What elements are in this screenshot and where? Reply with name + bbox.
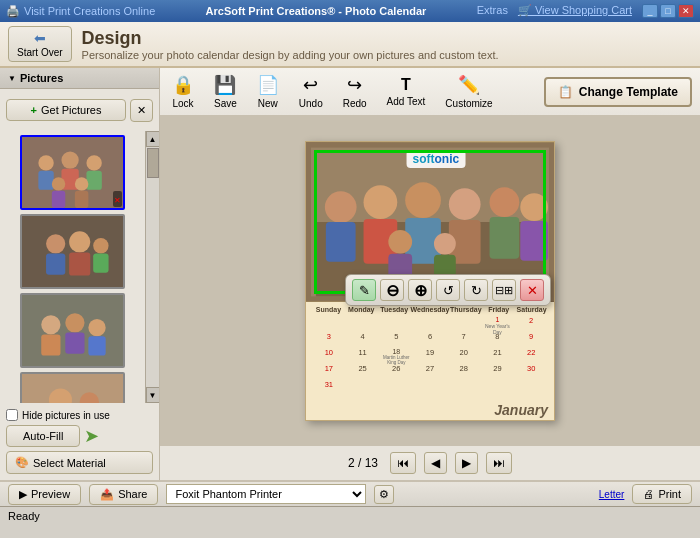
printer-settings-button[interactable]: ⚙: [374, 485, 394, 504]
cal-cell: [379, 315, 413, 331]
paper-size-link[interactable]: Letter: [599, 489, 625, 500]
select-material-button[interactable]: 🎨 Select Material: [6, 451, 153, 474]
sidebar-title: Pictures: [20, 72, 63, 84]
lock-icon: 🔒: [172, 74, 194, 96]
main-content: ▼ Pictures + Get Pictures ✕: [0, 68, 700, 480]
svg-point-51: [490, 187, 520, 217]
softonic-logo: softonic: [407, 150, 466, 168]
rotate-left-float-button[interactable]: ↺: [436, 279, 460, 301]
calendar-grid: Sunday Monday Tuesday Wednesday Thursday…: [306, 302, 554, 402]
close-button[interactable]: ✕: [678, 4, 694, 18]
header-area: ⬅ Start Over Design Personalize your pho…: [0, 22, 700, 68]
get-pictures-label: Get Pictures: [41, 104, 102, 116]
svg-rect-6: [86, 171, 101, 190]
undo-label: Undo: [299, 98, 323, 109]
collapse-icon[interactable]: ▼: [8, 74, 16, 83]
sidebar-scrollbar[interactable]: ▲ ▼: [145, 131, 159, 403]
cal-cell: 2: [514, 315, 548, 331]
preview-icon: ▶: [19, 488, 27, 501]
navigation-bar: 2 / 13 ⏮ ◀ ▶ ⏭: [160, 445, 700, 480]
preview-label: Preview: [31, 488, 70, 500]
zoom-out-float-button[interactable]: ⊖: [380, 279, 404, 301]
prev-page-button[interactable]: ◀: [424, 452, 447, 474]
get-pictures-button[interactable]: + Get Pictures: [6, 99, 126, 121]
auto-fill-button[interactable]: Auto-Fill: [6, 425, 80, 447]
cal-cell: [346, 379, 380, 395]
change-template-button[interactable]: 📋 Change Template: [544, 77, 692, 107]
maximize-button[interactable]: □: [660, 4, 676, 18]
share-button[interactable]: 📤 Share: [89, 484, 158, 505]
thumbnail-2[interactable]: [20, 214, 125, 289]
day-tuesday: Tuesday: [378, 306, 411, 313]
window-title: ArcSoft Print Creations® - Photo Calenda…: [206, 5, 427, 17]
add-text-tool[interactable]: T Add Text: [383, 74, 430, 109]
preview-button[interactable]: ▶ Preview: [8, 484, 81, 505]
close-float-button[interactable]: ✕: [520, 279, 544, 301]
sidebar-header: ▼ Pictures: [0, 68, 159, 89]
print-button[interactable]: 🖨 Print: [632, 484, 692, 504]
thumb-3-image: [22, 295, 123, 366]
cal-cell: 28: [447, 363, 481, 379]
print-icon: 🖨: [643, 488, 654, 500]
svg-point-14: [69, 232, 90, 253]
svg-point-23: [88, 319, 105, 336]
scroll-thumb[interactable]: [147, 148, 159, 178]
svg-rect-22: [65, 333, 84, 354]
canvas-area: softonic Sunday Monday Tuesday Wednesday…: [160, 116, 700, 445]
svg-point-5: [86, 156, 101, 171]
toolbar: 🔒 Lock 💾 Save 📄 New ↩ Undo ↪ Redo T Add: [160, 68, 700, 116]
lock-tool[interactable]: 🔒 Lock: [168, 72, 198, 111]
thumb-1-delete-icon[interactable]: ✕: [113, 191, 122, 207]
extras-link[interactable]: Extras: [477, 4, 508, 18]
svg-point-19: [41, 316, 60, 335]
share-icon: 📤: [100, 488, 114, 501]
undo-icon: ↩: [303, 74, 318, 96]
svg-rect-15: [69, 253, 90, 276]
first-page-button[interactable]: ⏮: [390, 452, 416, 474]
auto-fill-label: Auto-Fill: [23, 430, 63, 442]
cal-cell: 5: [379, 331, 413, 347]
start-over-button[interactable]: ⬅ Start Over: [8, 26, 72, 62]
scroll-down-button[interactable]: ▼: [146, 387, 160, 403]
minimize-button[interactable]: _: [642, 4, 658, 18]
printer-selector[interactable]: Foxit Phantom Printer: [166, 484, 366, 504]
undo-tool[interactable]: ↩ Undo: [295, 72, 327, 111]
content-area: 🔒 Lock 💾 Save 📄 New ↩ Undo ↪ Redo T Add: [160, 68, 700, 480]
next-page-button[interactable]: ▶: [455, 452, 478, 474]
cal-week-4: 17 25 26 27 28 29 30: [312, 363, 548, 379]
cal-cell: 20: [447, 347, 481, 363]
new-tool[interactable]: 📄 New: [253, 72, 283, 111]
shopping-cart-link[interactable]: 🛒 View Shopping Cart: [518, 4, 632, 18]
cal-cell: 21: [481, 347, 515, 363]
day-thursday: Thursday: [449, 306, 482, 313]
scroll-up-button[interactable]: ▲: [146, 131, 160, 147]
visit-link[interactable]: Visit Print Creations Online: [24, 5, 155, 17]
delete-picture-button[interactable]: ✕: [130, 99, 153, 122]
cal-cell-mlk: 18Martin Luther King Day: [379, 347, 413, 363]
edit-float-button[interactable]: ✎: [352, 279, 376, 301]
cal-week-3: 10 11 18Martin Luther King Day 19 20 21 …: [312, 347, 548, 363]
customize-tool[interactable]: ✏️ Customize: [441, 72, 496, 111]
title-bar-left: 🖨️ Visit Print Creations Online: [6, 5, 155, 18]
cal-week-2: 3 4 5 6 7 8 9: [312, 331, 548, 347]
lock-label: Lock: [172, 98, 193, 109]
sidebar: ▼ Pictures + Get Pictures ✕: [0, 68, 160, 480]
svg-rect-52: [490, 217, 520, 259]
thumbnail-4[interactable]: [20, 372, 125, 403]
svg-point-1: [38, 156, 53, 171]
save-icon: 💾: [214, 74, 236, 96]
fit-float-button[interactable]: ⊟⊞: [492, 279, 516, 301]
customize-icon: ✏️: [458, 74, 480, 96]
last-page-button[interactable]: ⏭: [486, 452, 512, 474]
thumbnail-1[interactable]: ✕: [20, 135, 125, 210]
zoom-in-float-button[interactable]: ⊕: [408, 279, 432, 301]
cal-cell: [413, 379, 447, 395]
calendar-days-header: Sunday Monday Tuesday Wednesday Thursday…: [312, 306, 548, 313]
thumbnail-3[interactable]: [20, 293, 125, 368]
svg-point-49: [449, 188, 481, 220]
save-tool[interactable]: 💾 Save: [210, 72, 241, 111]
redo-tool[interactable]: ↪ Redo: [339, 72, 371, 111]
svg-point-53: [520, 193, 548, 221]
rotate-right-float-button[interactable]: ↻: [464, 279, 488, 301]
hide-pictures-checkbox[interactable]: [6, 409, 18, 421]
